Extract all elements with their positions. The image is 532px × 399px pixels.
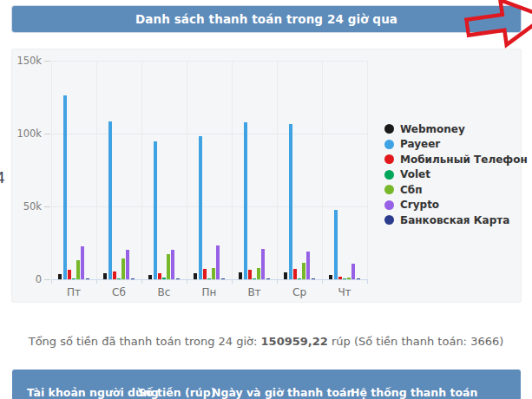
legend-item[interactable]: Мобильный Телефон xyxy=(384,152,528,167)
bar-crypto xyxy=(171,250,174,279)
bar-volet xyxy=(207,278,211,279)
legend-dot-icon xyxy=(384,170,394,180)
bar-payeer xyxy=(244,122,247,279)
legend-dot-icon xyxy=(384,185,394,194)
legend-item[interactable]: Webmoney xyxy=(384,121,528,137)
legend-label: Сбп xyxy=(400,184,422,196)
x-axis-label: Вс xyxy=(158,286,171,298)
bar-мобильный-телефон xyxy=(113,271,116,279)
x-axis-tick xyxy=(367,279,368,284)
chart-legend: WebmoneyPayeerМобильный ТелефонVoletСбпC… xyxy=(384,121,528,228)
gridline-vertical xyxy=(96,61,97,279)
bar-webmoney xyxy=(103,273,107,279)
legend-dot-icon xyxy=(384,124,394,134)
column-header-datetime: Ngày và giờ thanh toán xyxy=(212,386,351,399)
x-axis-tick xyxy=(141,279,142,284)
y-axis-label: 50k xyxy=(23,200,42,213)
legend-label: Volet xyxy=(400,168,430,180)
bar-webmoney xyxy=(239,272,242,279)
y-axis-tick xyxy=(44,206,50,207)
bar-crypto xyxy=(126,250,129,279)
gridline-vertical xyxy=(51,61,52,279)
x-axis-tick xyxy=(232,279,233,284)
bar-банковская-карта xyxy=(312,278,315,279)
bar-webmoney xyxy=(329,275,332,279)
y-axis-tick xyxy=(44,134,50,134)
bar-webmoney xyxy=(194,273,197,279)
bar-webmoney xyxy=(58,274,62,279)
bar-payeer xyxy=(289,124,292,279)
x-axis-label: Пт xyxy=(67,286,81,298)
bar-volet xyxy=(117,278,121,279)
x-axis-label: Пн xyxy=(202,286,217,298)
legend-item[interactable]: Сбп xyxy=(384,182,528,198)
bar-банковская-карта xyxy=(131,278,135,279)
column-header-user-account: Tài khoản người dùng xyxy=(12,386,138,399)
bar-мобильный-телефон xyxy=(248,270,252,279)
chart-panel: 150k100k50k0ПтСбВсПнВтСрЧт WebmoneyPayee… xyxy=(12,49,521,302)
payments-table-header: Tài khoản người dùng Số tiền (rúp) Ngày … xyxy=(12,370,521,399)
page-title: Danh sách thanh toán trong 24 giờ qua xyxy=(135,12,397,26)
x-axis-tick xyxy=(277,279,278,284)
header-bar: Danh sách thanh toán trong 24 giờ qua xyxy=(12,6,521,32)
bar-volet xyxy=(162,278,166,279)
legend-item[interactable]: Payeer xyxy=(384,137,528,153)
x-axis-label: Вт xyxy=(247,286,260,298)
bar-банковская-карта xyxy=(266,278,270,279)
bar-банковская-карта xyxy=(86,278,89,279)
y-axis-tick xyxy=(44,61,50,62)
bar-payeer xyxy=(154,141,157,279)
bar-crypto xyxy=(306,252,310,279)
bar-сбп xyxy=(347,278,351,279)
legend-label: Payeer xyxy=(400,138,440,150)
gridline-horizontal xyxy=(51,134,367,134)
bar-сбп xyxy=(122,258,125,279)
bar-банковская-карта xyxy=(176,278,180,279)
bar-сбп xyxy=(302,263,305,279)
gridline-horizontal xyxy=(51,279,367,280)
gridline-vertical xyxy=(141,61,142,279)
gridline-horizontal xyxy=(51,61,367,62)
bar-payeer xyxy=(108,121,112,279)
bar-сбп xyxy=(167,254,170,279)
bar-мобильный-телефон xyxy=(293,269,297,279)
gridline-vertical xyxy=(277,61,278,279)
bar-мобильный-телефон xyxy=(203,269,207,279)
summary-prefix: Tổng số tiền đã thanh toán trong 24 giờ: xyxy=(29,335,261,348)
bar-volet xyxy=(253,278,256,279)
bar-банковская-карта xyxy=(357,278,360,279)
x-axis-label: Ср xyxy=(292,286,306,298)
plot-area: 150k100k50k0ПтСбВсПнВтСрЧт xyxy=(51,61,367,279)
y-axis-label: 100k xyxy=(16,128,42,140)
summary-amount: 150959,22 xyxy=(261,335,328,348)
gridline-vertical xyxy=(367,61,368,279)
bar-webmoney xyxy=(148,275,152,279)
legend-item[interactable]: Банковская Карта xyxy=(384,213,528,228)
y-axis-tick xyxy=(44,279,50,280)
legend-item[interactable]: Volet xyxy=(384,167,528,183)
gridline-vertical xyxy=(232,61,233,279)
bar-crypto xyxy=(216,245,220,279)
bar-crypto xyxy=(261,249,265,279)
bar-payeer xyxy=(199,136,202,279)
left-edge-text: 4 xyxy=(0,169,5,186)
bar-webmoney xyxy=(284,272,287,279)
y-axis-label: 0 xyxy=(36,273,42,285)
x-axis-tick xyxy=(322,279,323,284)
legend-dot-icon xyxy=(384,154,394,164)
legend-dot-icon xyxy=(384,140,394,149)
bar-volet xyxy=(343,278,346,279)
column-header-amount: Số tiền (rúp) xyxy=(138,386,212,399)
bar-мобильный-телефон xyxy=(338,277,342,279)
x-axis-tick xyxy=(96,279,97,284)
legend-item[interactable]: Crypto xyxy=(384,198,528,213)
gridline-vertical xyxy=(187,61,187,279)
x-axis-label: Чт xyxy=(338,286,351,298)
bar-payeer xyxy=(63,95,67,279)
bar-мобильный-телефон xyxy=(158,273,161,279)
bar-volet xyxy=(72,278,76,279)
legend-label: Банковская Карта xyxy=(400,214,509,226)
bar-crypto xyxy=(81,246,84,279)
bar-банковская-карта xyxy=(221,278,225,279)
gridline-vertical xyxy=(322,61,323,279)
